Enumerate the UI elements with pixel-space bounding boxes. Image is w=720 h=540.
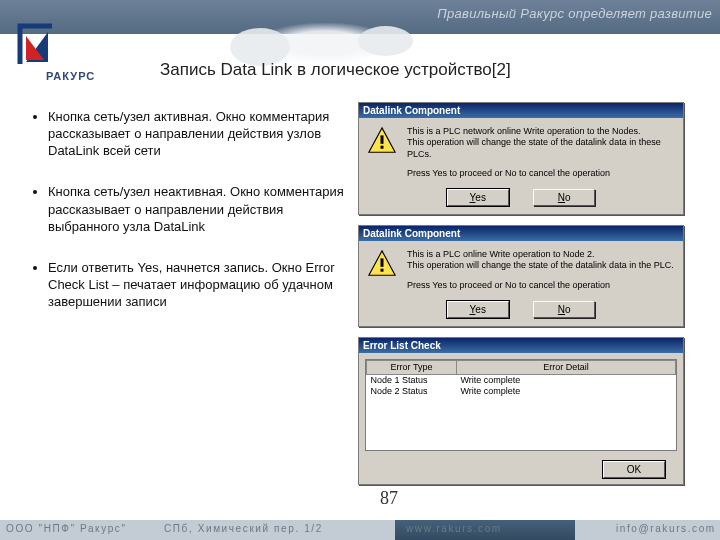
dialog2-line3: Press Yes to proceed or No to cancel the… [407,280,610,290]
header-slogan: Правильный Ракурс определяет развитие [437,6,712,21]
col-error-detail: Error Detail [457,360,676,374]
footer-mail: info@rakurs.com [616,523,716,534]
svg-rect-4 [381,146,384,149]
dialogs-column: Datalink Component This is a PLC network… [358,100,688,500]
elc-title: Error List Check [359,338,683,353]
cell-type: Node 1 Status [367,374,457,385]
footer-org: ООО "НПФ" Ракурс" [6,523,127,534]
svg-rect-3 [381,135,384,143]
no-button[interactable]: No [533,189,595,206]
warning-icon [367,249,397,279]
no-button[interactable]: No [533,301,595,318]
dialog-datalink-node: Datalink Component This is a PLC online … [358,225,684,327]
dialog1-line2: This operation will change the state of … [407,137,661,158]
logo-mark-icon [12,18,132,72]
bullet-1: Кнопка сеть/узел активная. Окно коммента… [48,108,350,159]
svg-rect-6 [381,258,384,266]
svg-rect-7 [381,269,384,272]
table-row: Node 2 Status Write complete [367,385,676,396]
page-number: 87 [380,488,398,509]
dialog2-text: This is a PLC online Write operation to … [407,249,674,291]
bullet-list: Кнопка сеть/узел активная. Окно коммента… [0,100,358,500]
dialog2-line2: This operation will change the state of … [407,260,674,270]
dialog1-title: Datalink Component [359,103,683,118]
footer-addr: СПб, Химический пер. 1/2 [164,523,323,534]
dialog-datalink-network: Datalink Component This is a PLC network… [358,102,684,215]
table-row: Node 1 Status Write complete [367,374,676,385]
dialog1-text: This is a PLC network online Write opera… [407,126,675,179]
ok-button[interactable]: OK [603,461,665,478]
logo-text: РАКУРС [12,70,142,82]
dialog1-line3: Press Yes to proceed or No to cancel the… [407,168,610,178]
col-error-type: Error Type [367,360,457,374]
footer-bar: ООО "НПФ" Ракурс" СПб, Химический пер. 1… [0,520,720,540]
yes-button[interactable]: Yes [447,301,509,318]
dialog2-line1: This is a PLC online Write operation to … [407,249,594,259]
company-logo: РАКУРС [12,18,142,82]
cell-type: Node 2 Status [367,385,457,396]
slide-title: Запись Data Link в логическое устройство… [160,60,511,80]
cell-detail: Write complete [457,385,676,396]
warning-icon [367,126,397,156]
bullet-3: Если ответить Yes, начнется запись. Окно… [48,259,350,310]
footer-url: www.rakurs.com [406,523,502,534]
dialog-error-list-check: Error List Check Error Type Error Detail… [358,337,684,485]
content-area: Кнопка сеть/узел активная. Окно коммента… [0,100,720,500]
cell-detail: Write complete [457,374,676,385]
bullet-2: Кнопка сеть/узел неактивная. Окно коммен… [48,183,350,234]
yes-button[interactable]: Yes [447,189,509,206]
error-table: Error Type Error Detail Node 1 Status Wr… [365,359,677,451]
dialog2-title: Datalink Component [359,226,683,241]
dialog1-line1: This is a PLC network online Write opera… [407,126,640,136]
